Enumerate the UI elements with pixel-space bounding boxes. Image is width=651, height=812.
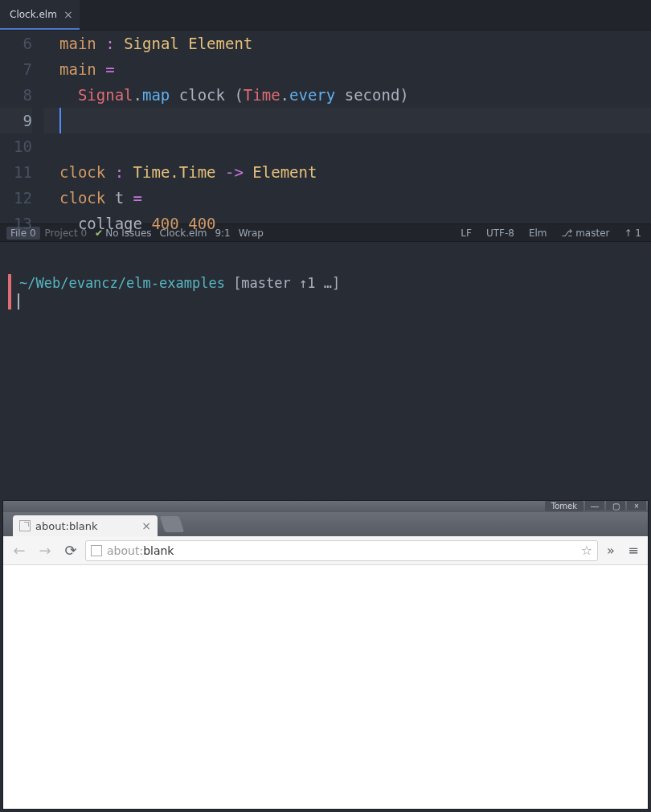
line-number: 6 (0, 31, 32, 56)
terminal-panel[interactable]: ~/Web/evancz/elm-examples [master ↑1 …] (0, 241, 651, 494)
text-cursor (59, 108, 61, 133)
browser-window: Tomek — ▢ × about:blank × ← → ⟳ about:bl… (3, 501, 648, 809)
maximize-button[interactable]: ▢ (606, 501, 625, 511)
code-line[interactable] (43, 133, 651, 159)
browser-profile-badge[interactable]: Tomek (545, 501, 583, 511)
terminal-prompt: ~/Web/evancz/elm-examples [master ↑1 …] (8, 274, 643, 310)
line-number: 9 (0, 108, 32, 133)
window-controls: — ▢ × (583, 501, 646, 511)
editor-tab-title: Clock.elm (10, 9, 57, 20)
browser-tab-title: about:blank (35, 520, 98, 532)
browser-tab[interactable]: about:blank × (13, 515, 158, 536)
code-line[interactable]: clock t = (43, 185, 651, 211)
url-rest: blank (143, 544, 174, 557)
terminal-branch: [master ↑1 …] (233, 275, 340, 291)
bookmark-star-icon[interactable]: ☆ (581, 543, 592, 558)
browser-viewport[interactable] (3, 565, 648, 809)
minimize-button[interactable]: — (585, 501, 604, 511)
close-icon[interactable]: × (63, 8, 73, 21)
forward-button[interactable]: → (34, 539, 56, 562)
close-window-button[interactable]: × (627, 501, 646, 511)
code-line[interactable]: clock : Time.Time -> Element (43, 159, 651, 185)
url-protocol: about: (107, 544, 143, 557)
close-icon[interactable]: × (141, 519, 151, 532)
line-number-gutter: 6 7 8 9 10 11 12 13 (0, 31, 43, 224)
code-line[interactable] (43, 108, 651, 133)
browser-tab-strip: about:blank × (3, 512, 648, 536)
page-icon (19, 520, 31, 531)
extensions-overflow-button[interactable]: » (601, 541, 620, 560)
terminal-cursor (18, 293, 19, 310)
code-line[interactable]: collage 400 400 (43, 211, 651, 236)
new-tab-button[interactable] (160, 516, 184, 532)
terminal-cwd: ~/Web/evancz/elm-examples (19, 275, 225, 291)
back-button[interactable]: ← (8, 539, 31, 562)
browser-toolbar: ← → ⟳ about:blank ☆ » ≡ (3, 536, 648, 565)
reload-button[interactable]: ⟳ (59, 539, 82, 562)
address-bar[interactable]: about:blank ☆ (85, 540, 598, 561)
editor-tab[interactable]: Clock.elm × (0, 0, 80, 30)
prompt-bar (8, 274, 11, 310)
menu-button[interactable]: ≡ (624, 541, 643, 560)
line-number: 13 (0, 211, 32, 236)
code-editor[interactable]: 6 7 8 9 10 11 12 13 main : Signal Elemen… (0, 31, 651, 224)
code-line[interactable]: main : Signal Element (43, 31, 651, 56)
editor-tab-bar: Clock.elm × (0, 0, 651, 31)
line-number: 12 (0, 185, 32, 211)
line-number: 11 (0, 159, 32, 185)
line-number: 7 (0, 56, 32, 82)
code-content[interactable]: main : Signal Element main = Signal.map … (43, 31, 651, 236)
code-line[interactable]: Signal.map clock (Time.every second) (43, 82, 651, 108)
line-number: 8 (0, 82, 32, 108)
page-icon (91, 545, 102, 556)
line-number: 10 (0, 133, 32, 159)
code-line[interactable]: main = (43, 56, 651, 82)
browser-titlebar[interactable]: Tomek — ▢ × (3, 501, 648, 512)
